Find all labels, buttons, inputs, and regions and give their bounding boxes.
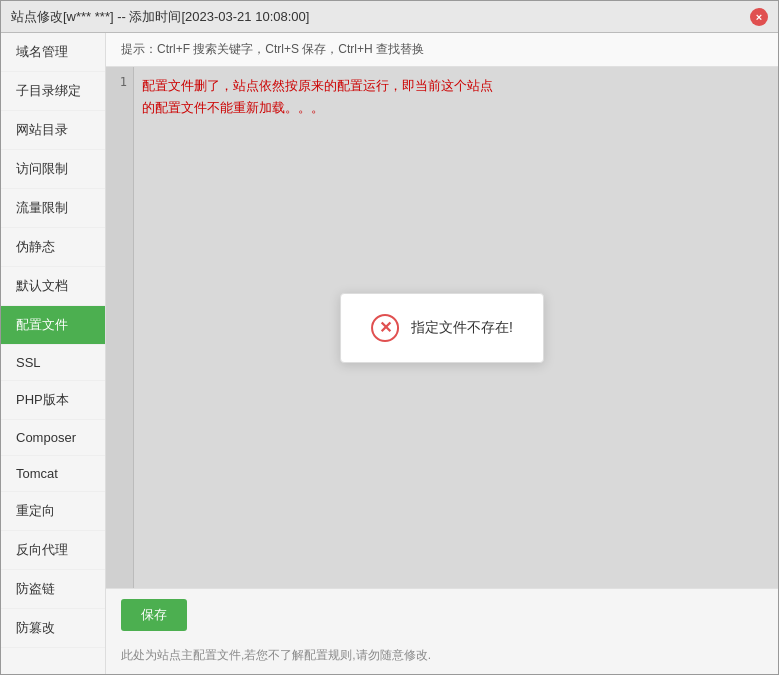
close-button[interactable]: × xyxy=(750,8,768,26)
sidebar: 域名管理子目录绑定网站目录访问限制流量限制伪静态默认文档配置文件SSLPHP版本… xyxy=(1,33,106,674)
sidebar-item-PHP版本[interactable]: PHP版本 xyxy=(1,381,105,420)
sidebar-item-域名管理[interactable]: 域名管理 xyxy=(1,33,105,72)
sidebar-item-Composer[interactable]: Composer xyxy=(1,420,105,456)
error-icon: ✕ xyxy=(371,314,399,342)
line-numbers: 1 xyxy=(106,67,134,588)
error-dialog-text: 指定文件不存在! xyxy=(411,319,513,337)
error-text-line1: 配置文件删了，站点依然按原来的配置运行，即当前这个站点 xyxy=(142,75,770,97)
title-bar: 站点修改[w*** ***] -- 添加时间[2023-03-21 10:08:… xyxy=(1,1,778,33)
hint-bar: 提示：Ctrl+F 搜索关键字，Ctrl+S 保存，Ctrl+H 查找替换 xyxy=(106,33,778,67)
sidebar-item-伪静态[interactable]: 伪静态 xyxy=(1,228,105,267)
main-window: 站点修改[w*** ***] -- 添加时间[2023-03-21 10:08:… xyxy=(0,0,779,675)
sidebar-item-防篡改[interactable]: 防篡改 xyxy=(1,609,105,648)
error-text-line2: 的配置文件不能重新加载。。。 xyxy=(142,97,770,119)
sidebar-item-访问限制[interactable]: 访问限制 xyxy=(1,150,105,189)
sidebar-item-Tomcat[interactable]: Tomcat xyxy=(1,456,105,492)
sidebar-item-SSL[interactable]: SSL xyxy=(1,345,105,381)
content-area: 域名管理子目录绑定网站目录访问限制流量限制伪静态默认文档配置文件SSLPHP版本… xyxy=(1,33,778,674)
sidebar-item-网站目录[interactable]: 网站目录 xyxy=(1,111,105,150)
main-content: 提示：Ctrl+F 搜索关键字，Ctrl+S 保存，Ctrl+H 查找替换 1 … xyxy=(106,33,778,674)
error-dialog: ✕ 指定文件不存在! xyxy=(340,293,544,363)
sidebar-item-默认文档[interactable]: 默认文档 xyxy=(1,267,105,306)
sidebar-item-流量限制[interactable]: 流量限制 xyxy=(1,189,105,228)
action-bar: 保存 xyxy=(106,588,778,641)
footer-hint: 此处为站点主配置文件,若您不了解配置规则,请勿随意修改. xyxy=(106,641,778,674)
sidebar-item-反向代理[interactable]: 反向代理 xyxy=(1,531,105,570)
sidebar-item-重定向[interactable]: 重定向 xyxy=(1,492,105,531)
sidebar-item-防盗链[interactable]: 防盗链 xyxy=(1,570,105,609)
save-button[interactable]: 保存 xyxy=(121,599,187,631)
line-number-1: 1 xyxy=(120,75,127,89)
sidebar-item-子目录绑定[interactable]: 子目录绑定 xyxy=(1,72,105,111)
editor-area[interactable]: 1 配置文件删了，站点依然按原来的配置运行，即当前这个站点 的配置文件不能重新加… xyxy=(106,67,778,588)
window-title: 站点修改[w*** ***] -- 添加时间[2023-03-21 10:08:… xyxy=(11,8,750,26)
sidebar-item-配置文件[interactable]: 配置文件 xyxy=(1,306,105,345)
